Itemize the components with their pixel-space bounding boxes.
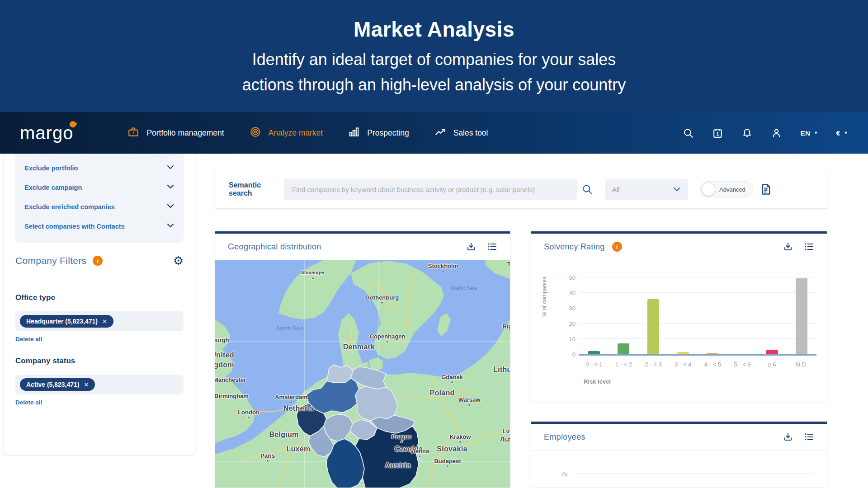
collapse-row-label: Exclude campaign [24, 184, 82, 191]
map-label: Paris [260, 452, 275, 459]
close-icon[interactable]: ✕ [102, 318, 107, 325]
gear-icon[interactable]: ⚙ [173, 255, 184, 267]
document-icon[interactable] [760, 183, 772, 196]
x-tick-label: 2 - < 3 [638, 361, 668, 368]
map-city-dot [442, 270, 444, 272]
logo-text: margo [20, 123, 73, 143]
map-city-dot [451, 381, 453, 384]
user-icon[interactable] [771, 127, 782, 139]
bar-N.D. [796, 278, 807, 354]
briefcase-icon [127, 126, 139, 140]
gridline [579, 292, 816, 293]
y-tick-label: 60 [549, 486, 567, 488]
chevron-down-icon: ▼ [814, 131, 818, 135]
tag-active[interactable]: Active (5,823,471) ✕ [20, 378, 95, 391]
collapse-row-exclude-campaign[interactable]: Exclude campaign [24, 178, 175, 197]
x-tick-label: N.D. [787, 361, 816, 368]
scope-value: All [612, 186, 620, 193]
page-subtitle-line2: actions through an high-level analysis o… [0, 72, 868, 98]
gridline [579, 308, 816, 308]
nav-menu: Portfolio management Analyze market Pros… [127, 126, 488, 140]
map-label: Льв [500, 436, 510, 443]
delete-all-link[interactable]: Delete all [15, 399, 42, 406]
nav-item-sales-tool[interactable]: Sales tool [434, 126, 488, 140]
map-labels-layer: StavangerStockholmTBaltic SeaGothenburgR… [215, 260, 510, 488]
nav-item-prospecting[interactable]: Prospecting [348, 126, 409, 140]
map-label: North Sea [277, 325, 303, 332]
collapse-row-exclude-portfolio[interactable]: Exclude portfolio [24, 158, 175, 178]
target-icon [250, 126, 261, 140]
list-icon[interactable] [803, 241, 814, 252]
map-label: London [238, 409, 259, 416]
advanced-toggle[interactable]: Advanced [700, 181, 753, 197]
bell-icon[interactable] [741, 127, 753, 139]
x-tick-label: 1 - < 2 [609, 361, 639, 368]
language-value: EN [800, 129, 810, 137]
map-label: Poland [429, 389, 454, 397]
currency-selector[interactable]: € ▼ [836, 129, 848, 137]
company-filters-header: Company Filters i ⚙ [15, 255, 184, 267]
svg-text:1: 1 [717, 131, 719, 136]
hero-banner: Market Analysis Identify an ideal target… [0, 0, 868, 112]
info-icon[interactable]: i [93, 256, 103, 266]
nav-item-analyze-market[interactable]: Analyze market [250, 126, 323, 140]
search-icon[interactable] [577, 179, 598, 200]
search-scope-select[interactable]: All [605, 179, 688, 200]
filters-sidebar: Exclude portfolio Exclude campaign Exclu… [4, 154, 195, 455]
nav-label: Portfolio management [146, 128, 224, 138]
map-label: Manchester [215, 376, 246, 383]
margo-logo[interactable]: margo [20, 123, 73, 143]
list-icon[interactable] [803, 432, 814, 442]
map-label: Gdańsk [441, 374, 463, 380]
download-icon[interactable] [783, 241, 793, 252]
collapse-row-label: Exclude portfolio [24, 164, 78, 172]
bar-≥ 6 [766, 350, 778, 354]
europe-map[interactable]: StavangerStockholmTBaltic SeaGothenburgR… [215, 260, 510, 488]
filter-title-company-status: Company status [15, 357, 184, 366]
bar-1 - < 2 [618, 343, 629, 354]
map-label: Gothenburg [365, 294, 399, 301]
top-navbar: margo Portfolio management Analyze marke… [0, 112, 868, 154]
search-icon[interactable] [683, 127, 694, 139]
map-city-dot [418, 455, 421, 458]
collapse-row-select-contacts[interactable]: Select companies with Contacts [24, 216, 175, 236]
map-label: Luxem [286, 445, 310, 453]
divider [531, 450, 827, 450]
download-icon[interactable] [783, 432, 793, 442]
office-type-tagbar: Headquarter (5,823,471) ✕ [15, 311, 184, 331]
card-header: Solvency Rating i [531, 234, 827, 260]
collapse-row-exclude-enriched[interactable]: Exclude enriched companies [24, 197, 175, 216]
bar-0 - < 1 [588, 351, 600, 354]
language-selector[interactable]: EN ▼ [800, 129, 818, 137]
chevron-down-icon [166, 164, 175, 172]
list-icon[interactable] [486, 241, 497, 252]
tag-headquarter[interactable]: Headquarter (5,823,471) ✕ [20, 315, 113, 328]
emp-gridline-row: 75 [549, 466, 814, 482]
divider [4, 275, 195, 275]
y-axis-title: % of companies [541, 277, 547, 317]
download-icon[interactable] [466, 241, 476, 252]
map-city-dot [446, 465, 449, 468]
delete-all-link[interactable]: Delete all [15, 336, 42, 343]
calendar-icon[interactable]: 1 [712, 127, 723, 139]
y-tick-label: 50 [564, 274, 576, 281]
employees-card: Employees 7560 [531, 422, 827, 488]
search-input[interactable] [284, 179, 577, 200]
page-title: Market Analysis [0, 0, 868, 42]
card-title: Geographical distribution [228, 242, 321, 252]
gridline [579, 277, 816, 277]
solvency-bar-chart: % of companies 010203040500 - < 11 - < 2… [547, 273, 814, 391]
tag-label: Active (5,823,471) [26, 381, 80, 388]
collapse-row-label: Select companies with Contacts [24, 223, 125, 230]
info-icon[interactable]: i [612, 242, 622, 252]
nav-item-portfolio-management[interactable]: Portfolio management [127, 126, 224, 140]
map-city-dot [290, 401, 292, 404]
map-label: Baltic Sea [451, 285, 477, 291]
y-tick-label: 20 [564, 320, 576, 327]
chevron-down-icon [166, 203, 175, 211]
close-icon[interactable]: ✕ [84, 381, 89, 388]
chevron-down-icon [673, 186, 681, 192]
map-city-dot [381, 301, 383, 304]
trend-icon [434, 126, 446, 140]
toggle-knob[interactable] [702, 183, 715, 196]
